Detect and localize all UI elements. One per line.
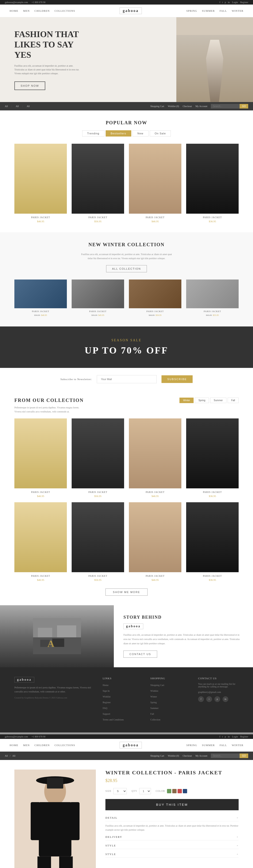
login-link[interactable]: Login (232, 1, 238, 4)
pinterest-icon-p2[interactable]: p (225, 735, 226, 738)
style-section-title-2[interactable]: STYLE (105, 853, 239, 858)
wishlist-link-p2[interactable]: Wishlist (0) (168, 754, 179, 757)
twitter-icon-p2[interactable]: t (222, 735, 223, 738)
footer-wishlist[interactable]: Wishlist (151, 689, 158, 692)
footer-fall[interactable]: Fall (151, 713, 154, 715)
nav-summer-p2[interactable]: Summer (202, 744, 215, 747)
detail-section-title[interactable]: DETAIL (105, 816, 239, 821)
nav-summer[interactable]: Summer (202, 9, 215, 12)
pinterest-icon[interactable]: p (225, 1, 226, 4)
product-img-placeholder (186, 502, 239, 572)
nav-fall-p2[interactable]: Fall (220, 744, 227, 747)
contact-us-button[interactable]: Contact us (123, 651, 157, 658)
size-select[interactable]: S M L XL (113, 788, 127, 794)
color-swatch-green[interactable] (167, 789, 171, 793)
color-label: COLOR (156, 790, 165, 792)
all-collection-button[interactable]: All Collection (106, 265, 147, 272)
footer-twitter-icon[interactable]: t (206, 696, 212, 702)
checkout-link[interactable]: Checkout (183, 105, 192, 107)
wishlist-link[interactable]: Wishlist (0) (168, 105, 179, 107)
twitter-icon[interactable]: t (222, 1, 223, 4)
shopping-cart-link[interactable]: Shopping Cart (150, 105, 164, 107)
register-link[interactable]: Register (240, 1, 248, 4)
footer-link-register[interactable]: Register (102, 701, 110, 704)
color-swatch-navy[interactable] (183, 789, 187, 793)
footer-link-home[interactable]: Home (102, 684, 108, 686)
product-price: $56.95 (72, 220, 124, 223)
product-options: SIZE S M L XL QTY 1 2 3 (105, 788, 239, 794)
search-button[interactable]: GO (240, 104, 248, 108)
instagram-icon[interactable]: in (228, 1, 230, 4)
newsletter-input[interactable] (97, 375, 157, 383)
footer-winter[interactable]: Winter (151, 695, 157, 698)
search-button-p2[interactable]: GO (240, 753, 248, 758)
footer-facebook-icon[interactable]: f (198, 696, 204, 702)
nav-children-p2[interactable]: Children (34, 744, 50, 747)
nav-home-p2[interactable]: Home (9, 744, 18, 747)
footer-instagram-icon[interactable]: in (223, 696, 228, 702)
search-input-p2[interactable] (211, 753, 240, 758)
secondary-nav-right: Shopping Cart Wishlist (0) Checkout My A… (150, 104, 248, 108)
footer-collection[interactable]: Collection (151, 718, 160, 721)
footer-shopping-list: Shopping Cart Wishlist Winter Spring Sum… (151, 683, 191, 721)
nav-winter[interactable]: Winter (232, 9, 244, 12)
tab-trending[interactable]: Trending (82, 130, 104, 136)
nav-collections[interactable]: Collections (54, 9, 75, 12)
footer-link-terms[interactable]: Terms and Conditions (102, 718, 124, 721)
footer-link-wishlist[interactable]: Wishlist (102, 695, 110, 698)
nav-spring-p2[interactable]: Spring (186, 744, 197, 747)
nav-home[interactable]: Home (9, 9, 18, 12)
show-more-button[interactable]: Show Me More (105, 588, 148, 596)
register-link-p2[interactable]: Register (240, 735, 248, 738)
collection-tab-summer[interactable]: Summer (210, 398, 226, 403)
nav-collections-p2[interactable]: Collections (54, 744, 75, 747)
nav-winter-p2[interactable]: Winter (232, 744, 244, 747)
delivery-section-title[interactable]: DELIVERY (105, 835, 239, 840)
footer-link-support[interactable]: Support (102, 713, 110, 715)
my-account-link[interactable]: My Account (195, 105, 208, 107)
site-logo-p2[interactable]: gabooa (120, 742, 142, 748)
nav-spring[interactable]: Spring (186, 9, 197, 12)
footer-summer[interactable]: Summer (151, 707, 159, 709)
hero-title: FASHION THAT LIKES TO SAY YES (14, 29, 82, 60)
collection-tab-fall[interactable]: Fall (228, 398, 239, 403)
color-swatch-brown[interactable] (172, 789, 177, 793)
facebook-icon[interactable]: f (219, 1, 220, 4)
nav-children[interactable]: Children (34, 9, 50, 12)
footer-link-signin[interactable]: Sign In (102, 689, 109, 692)
footer-spring[interactable]: Spring (151, 701, 157, 704)
style-section-title-1[interactable]: STYLE (105, 844, 239, 849)
shop-now-button[interactable]: SHOP NOW (14, 82, 45, 90)
nav-fall[interactable]: Fall (220, 9, 227, 12)
collection-tab-spring[interactable]: Spring (195, 398, 209, 403)
newsletter-subscribe-button[interactable]: SUBSCRIBE (161, 375, 193, 383)
color-swatch-red[interactable] (178, 789, 182, 793)
footer-shopping-cart[interactable]: Shopping Cart (151, 684, 164, 686)
secondary-nav: All / All / All Shopping Cart Wishlist (… (0, 102, 253, 111)
search-input[interactable] (211, 104, 240, 108)
story-section: A Story Behind gabooa Fusillius arcu eli… (0, 605, 253, 667)
collection-tab-winter[interactable]: Winter (180, 398, 194, 403)
instagram-icon-p2[interactable]: in (228, 735, 230, 738)
tab-on-sale[interactable]: On Sale (150, 130, 171, 136)
nav-men-p2[interactable]: Men (23, 744, 29, 747)
footer-link-faq[interactable]: FAQ (102, 707, 107, 709)
tab-new[interactable]: New (132, 130, 149, 136)
facebook-icon-p2[interactable]: f (219, 735, 220, 738)
product-card: PARIS JACKET $46.95 (14, 418, 67, 497)
footer-pinterest-icon[interactable]: p (215, 696, 220, 702)
svg-rect-9 (39, 802, 71, 857)
size-option: SIZE S M L XL (105, 788, 127, 794)
login-link-p2[interactable]: Login (232, 735, 238, 738)
my-account-link-p2[interactable]: My Account (195, 754, 208, 757)
site-logo[interactable]: gabooa (120, 7, 142, 14)
checkout-link-p2[interactable]: Checkout (183, 754, 192, 757)
tab-bestsellers[interactable]: Bestsellers (106, 130, 131, 136)
nav-left-links: Home Men Children Collections (9, 9, 75, 12)
shopping-cart-link-p2[interactable]: Shopping Cart (150, 754, 164, 757)
breadcrumb-all: All (5, 105, 8, 107)
buy-button[interactable]: BUY THIS ITEM (105, 799, 239, 810)
story-brand-logo: gabooa (123, 623, 143, 629)
qty-select[interactable]: 1 2 3 (139, 788, 151, 794)
nav-men[interactable]: Men (23, 9, 29, 12)
